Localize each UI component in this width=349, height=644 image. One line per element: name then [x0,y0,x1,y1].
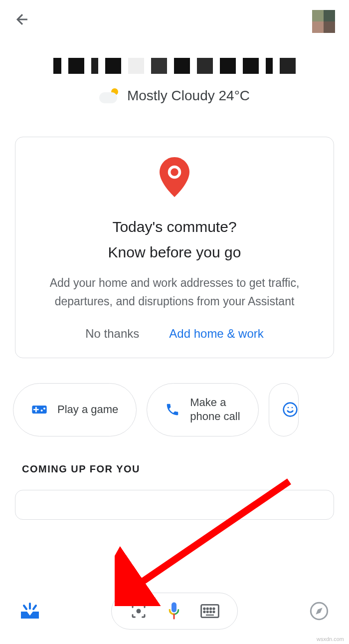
svg-point-14 [204,611,205,613]
chip-emoji[interactable] [269,383,299,436]
chip-label: Make a phone call [190,396,240,424]
chip-phone-call[interactable]: Make a phone call [147,383,258,436]
explore-button[interactable] [309,601,329,621]
location-redacted [0,58,349,74]
chip-label: Play a game [57,403,118,417]
bottom-bar [0,586,349,636]
section-coming-up: COMING UP FOR YOU [0,436,349,475]
gamepad-icon [31,402,47,418]
mic-button[interactable] [167,601,181,621]
arrow-left-icon [14,11,31,28]
svg-point-15 [207,611,208,613]
keyboard-icon [200,604,219,619]
svg-line-4 [24,606,26,609]
commute-card: Today's commute?Know before you go Add y… [15,137,334,358]
profile-avatar[interactable] [312,10,335,33]
coming-up-card[interactable] [15,490,334,520]
inbox-spark-icon [20,603,40,620]
card-body: Add your home and work addresses to get … [30,274,319,311]
svg-point-13 [213,608,215,610]
svg-point-1 [283,403,297,417]
no-thanks-button[interactable]: No thanks [85,327,139,341]
lens-button[interactable] [130,602,148,620]
weather-text: Mostly Cloudy 24°C [127,88,250,104]
svg-point-10 [204,608,205,610]
mic-icon [167,601,181,621]
smile-icon [282,402,298,418]
svg-rect-7 [172,603,176,613]
weather-cloudy-icon [99,88,119,103]
map-pin-icon [160,157,189,197]
svg-point-17 [213,611,215,613]
compass-icon [309,601,329,621]
input-pill [111,593,238,630]
chip-play-game[interactable]: Play a game [13,383,137,436]
phone-icon [165,402,180,417]
svg-line-5 [33,606,36,609]
card-title: Today's commute?Know before you go [30,214,319,265]
lens-icon [130,602,148,620]
watermark: wsxdn.com [317,636,344,642]
add-home-work-button[interactable]: Add home & work [169,327,263,341]
svg-point-16 [210,611,211,613]
svg-point-11 [207,608,208,610]
svg-point-12 [210,608,211,610]
back-button[interactable] [14,11,31,32]
home-button[interactable] [20,603,40,620]
svg-point-6 [137,609,141,614]
keyboard-button[interactable] [200,604,219,619]
